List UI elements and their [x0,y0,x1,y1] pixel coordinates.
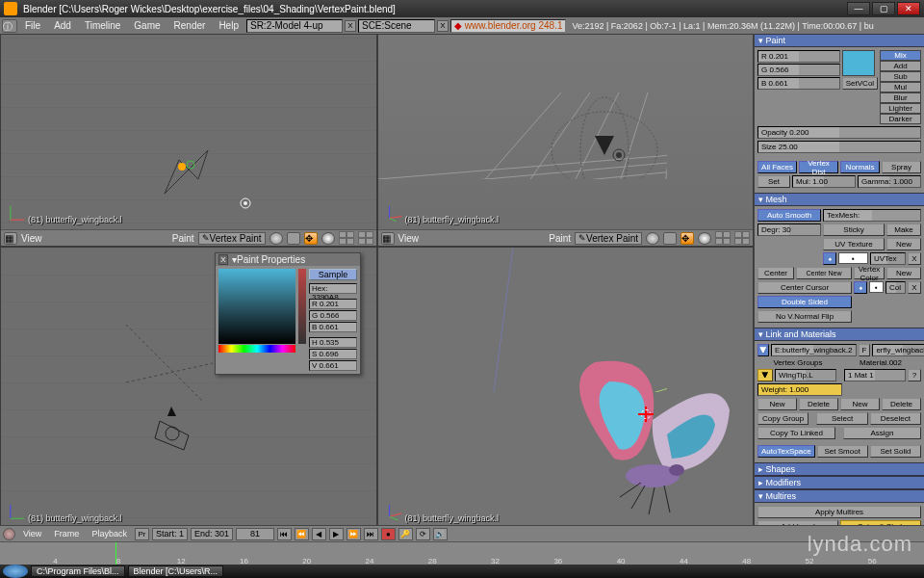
scene-delete-button[interactable]: X [437,20,449,32]
layer-buttons[interactable] [339,231,354,245]
r-field[interactable]: R 0.201 [309,299,357,309]
hue-slider[interactable] [218,345,295,353]
b-slider[interactable]: B 0.661 [757,77,840,90]
blend-lighter[interactable]: Lighter [880,103,921,114]
menu-add[interactable]: Add [48,19,77,32]
key-icon[interactable]: 🔑 [398,528,413,540]
set-button[interactable]: Set [757,175,790,188]
link-section-header[interactable]: Link and Materials [755,328,924,341]
b-field[interactable]: B 0.661 [309,322,357,332]
taskbar-item[interactable]: Blender [C:\Users\R... [128,565,224,577]
buttons-window[interactable]: Paint R 0.201 G 0.566 B 0.661 SetVCol Mi… [754,34,924,545]
panel-header[interactable]: X ▾ Paint Properties [216,253,360,266]
layer-buttons[interactable] [715,231,731,245]
shading-icon[interactable] [646,232,659,245]
close-button[interactable]: ✕ [897,2,920,15]
minimize-button[interactable]: — [847,2,870,15]
timeline-playback-menu[interactable]: Playback [87,529,132,539]
h-field[interactable]: H 0.535 [309,337,357,348]
timeline-ruler[interactable]: 48121620242832364044485256 [0,542,924,565]
viewport-top-left[interactable]: (81) butterfly_wingback.l ▦ View Paint ✎… [0,34,377,247]
menu-file[interactable]: File [19,19,46,32]
g-slider[interactable]: G 0.566 [757,64,840,76]
pivot-icon[interactable] [663,232,677,245]
set-smooth-button[interactable]: Set Smoot [817,445,868,458]
blend-blur[interactable]: Blur [880,92,921,103]
start-field[interactable]: Start: 1 [152,528,188,540]
center-cursor-button[interactable]: Center Cursor [757,281,852,294]
vertex-dist-tab[interactable]: Vertex Dist [799,161,838,173]
setvcol-button[interactable]: SetVCol [842,77,878,90]
sample-button[interactable]: Sample [309,269,357,280]
mode-dropdown[interactable]: ✎ Vertex Paint [198,232,266,245]
vgroup-new-button[interactable]: New [757,398,797,410]
start-button[interactable] [3,565,28,578]
mat-delete-button[interactable]: Delete [882,398,921,410]
layer-icon[interactable] [321,232,335,245]
copy-group-button[interactable]: Copy Group [757,412,808,425]
manipulator-icon[interactable]: ✥ [304,232,318,245]
size-slider[interactable]: Size 25.00 [757,141,921,153]
menu-game[interactable]: Game [128,19,166,32]
vcol-active-icon[interactable]: ⬥ [854,281,867,294]
normals-tab[interactable]: Normals [840,161,880,173]
center-button[interactable]: Center [757,267,794,279]
modifiers-section-header[interactable]: Modifiers [755,476,924,489]
panel-close-icon[interactable]: X [218,254,228,265]
mat-slot-field[interactable]: 1 Mat 1 [844,369,906,381]
g-field[interactable]: G 0.566 [309,310,357,321]
scene-field[interactable]: SCE:Scene [358,19,435,33]
audio-icon[interactable]: 🔊 [433,528,448,540]
manipulator-icon[interactable]: ✥ [680,232,694,245]
end-field[interactable]: End: 301 [191,528,233,540]
vcol-delete-button[interactable]: X [908,281,921,294]
blend-mul[interactable]: Mul [880,82,921,92]
viewport-bottom-right[interactable]: (81) butterfly_wingback.l ▦ View Paint ✎… [377,247,755,545]
sync-icon[interactable]: ⟳ [416,528,430,540]
prev-key-icon[interactable]: ⏪ [295,528,309,540]
editor-type-icon[interactable]: ▦ [381,232,395,245]
paint-section-header[interactable]: Paint [755,34,924,47]
no-vnormal-button[interactable]: No V.Normal Flip [757,310,852,323]
paint-properties-panel[interactable]: X ▾ Paint Properties Sample Hex: 3390A8 … [215,252,361,375]
mat-select-button[interactable]: Select [816,412,867,425]
blend-sub[interactable]: Sub [880,71,921,82]
uv-render-icon[interactable]: ▪ [838,252,868,264]
vgroup-name-field[interactable]: WingTip.L [775,369,836,381]
mesh-section-header[interactable]: Mesh [755,193,924,206]
vcol-render-icon[interactable]: ▪ [869,281,884,293]
color-chip[interactable] [842,50,875,76]
next-key-icon[interactable]: ⏩ [346,528,361,540]
uvtex-name-field[interactable]: UVTex [870,252,906,265]
viewport-bottom-left[interactable]: X ▾ Paint Properties Sample Hex: 3390A8 … [0,247,377,545]
vcol-new-button[interactable]: New [886,267,921,279]
editor-type-icon[interactable] [3,528,15,540]
viewport-top-right[interactable]: (81) butterfly_wingback.l ▦ View Paint ✎… [377,34,755,247]
shading-icon[interactable] [270,232,283,245]
gamma-field[interactable]: Gamma: 1.000 [858,175,921,188]
center-new-button[interactable]: Center New [796,267,852,279]
uv-delete-button[interactable]: X [908,252,921,265]
vcol-name-field[interactable]: Col [886,281,906,294]
copy-linked-button[interactable]: Copy To Linked [757,427,835,439]
mat-q-button[interactable]: ? [908,369,921,381]
hex-field[interactable]: Hex: 3390A8 [309,283,357,294]
double-sided-button[interactable]: Double Sided [757,296,852,308]
play-reverse-icon[interactable]: ◀ [312,528,326,540]
spray-tab[interactable]: Spray [882,161,921,173]
color-picker-square[interactable] [218,269,295,344]
orientation-icon[interactable] [698,232,711,245]
record-icon[interactable]: ● [381,528,396,540]
blend-mix[interactable]: Mix [880,50,921,61]
editor-type-icon[interactable]: ▦ [4,232,17,245]
view-menu[interactable]: View [398,233,420,244]
maximize-button[interactable]: ▢ [872,2,895,15]
mul-field[interactable]: Mul: 1.00 [792,175,856,188]
apply-multires-button[interactable]: Apply Multires [757,506,921,518]
blend-add[interactable]: Add [880,61,921,71]
blender-link[interactable]: ◆ www.blender.org 248.1 [450,19,567,33]
me-name-field[interactable]: erfly_wingback.l [872,344,924,356]
autotex-button[interactable]: AutoTexSpace [757,445,815,458]
menu-timeline[interactable]: Timeline [79,19,126,32]
blend-darker[interactable]: Darker [880,114,921,124]
